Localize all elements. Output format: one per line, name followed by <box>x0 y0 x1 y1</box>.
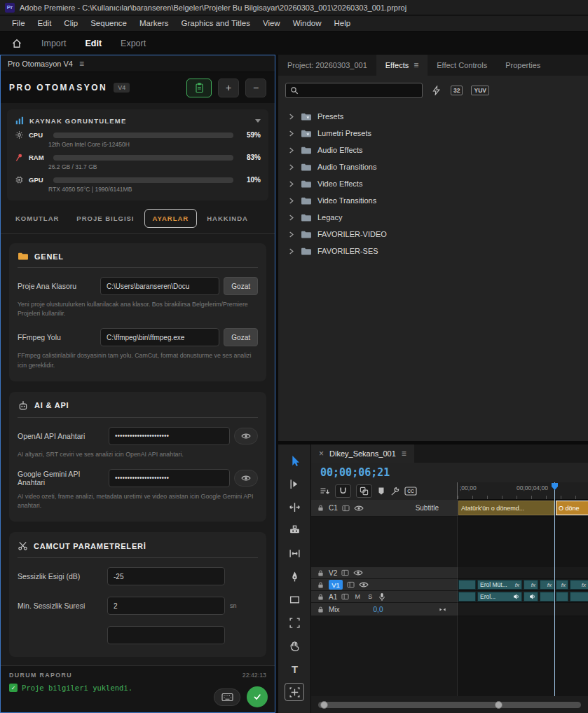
track-a1-lane[interactable]: Erol... <box>457 591 588 603</box>
menu-sequence[interactable]: Sequence <box>84 17 133 29</box>
track-v2-lane[interactable] <box>457 567 588 579</box>
panel-menu-icon[interactable]: ≡ <box>79 60 84 68</box>
show-key-button[interactable] <box>234 428 258 444</box>
panel-tab-title[interactable]: Pro Otomasyon V4 <box>8 60 73 68</box>
yuv-effects-filter[interactable]: YUV <box>471 86 488 95</box>
timeline-tab[interactable]: × Dikey_Sekans_001 ≡ <box>311 444 414 463</box>
ffmpeg-path-input[interactable] <box>100 328 219 346</box>
timeline-clip[interactable]: fx <box>570 580 588 590</box>
eye-icon[interactable] <box>359 581 369 588</box>
timeline-clip[interactable] <box>540 592 554 602</box>
panel-menu-icon[interactable]: ≡ <box>402 449 406 458</box>
track-select-forward-tool[interactable] <box>285 475 304 493</box>
source-patch-icon[interactable] <box>342 505 350 512</box>
source-patch-icon[interactable] <box>347 581 355 588</box>
lock-icon[interactable] <box>317 581 324 589</box>
tab-ayarlar[interactable]: AYARLAR <box>144 209 198 228</box>
collapse-chevron-icon[interactable] <box>255 119 261 123</box>
linked-selection-toggle[interactable] <box>356 484 372 498</box>
tree-item-lumetri-presets[interactable]: Lumetri Presets <box>278 125 588 142</box>
timeline-clip[interactable]: fx <box>556 580 568 590</box>
playhead[interactable] <box>554 482 555 696</box>
slip-tool[interactable] <box>285 544 304 562</box>
menu-window[interactable]: Window <box>287 17 328 29</box>
menu-help[interactable]: Help <box>328 17 357 29</box>
ripple-edit-tool[interactable] <box>285 498 304 516</box>
solo-toggle[interactable]: S <box>366 593 374 600</box>
transform-tool[interactable] <box>285 683 304 701</box>
tree-item-video-effects[interactable]: Video Effects <box>278 175 588 192</box>
openai-key-input[interactable] <box>109 427 230 445</box>
silence-threshold-input[interactable] <box>107 567 225 585</box>
zoom-out-button[interactable]: − <box>245 79 266 97</box>
type-tool[interactable]: T <box>285 660 304 678</box>
menu-file[interactable]: File <box>6 17 32 29</box>
panel-menu-icon[interactable]: ≡ <box>413 61 418 69</box>
scrollbar-track[interactable] <box>318 702 581 708</box>
tree-item-audio-effects[interactable]: Audio Effects <box>278 142 588 158</box>
menu-markers[interactable]: Markers <box>133 17 175 29</box>
snap-toggle[interactable] <box>335 484 351 498</box>
tree-item-favoriler-ses[interactable]: FAVORILER-SES <box>278 243 588 259</box>
tab-effect-controls[interactable]: Effect Controls <box>428 55 496 76</box>
hand-tool[interactable] <box>285 637 304 655</box>
report-button[interactable] <box>186 79 212 97</box>
track-name[interactable]: C1 <box>329 504 338 512</box>
close-icon[interactable]: × <box>319 449 324 459</box>
effects-search-input[interactable] <box>303 87 418 95</box>
eye-icon[interactable] <box>354 505 364 512</box>
timeline-clip[interactable]: Erol... <box>477 592 522 602</box>
effects-search-box[interactable] <box>285 83 423 98</box>
browse-button[interactable]: Gozat <box>224 328 258 346</box>
mute-toggle[interactable]: M <box>353 593 362 600</box>
eye-icon[interactable] <box>353 569 363 576</box>
selection-tool[interactable] <box>285 451 304 470</box>
32bit-color-filter[interactable]: 32 <box>451 86 463 95</box>
menu-view[interactable]: View <box>257 17 287 29</box>
scrollbar-handle-right[interactable] <box>495 701 502 709</box>
accelerated-effects-icon[interactable] <box>431 86 442 95</box>
timeline-clip[interactable]: fx <box>524 580 538 590</box>
playhead-timecode[interactable]: 00;00;06;21 <box>311 463 588 482</box>
mix-level-value[interactable]: 0,0 <box>374 606 383 613</box>
tab-effects[interactable]: Effects ≡ <box>376 55 428 76</box>
timeline-clip[interactable] <box>524 592 538 602</box>
add-marker-button[interactable] <box>377 487 385 496</box>
timeline-clip[interactable] <box>570 592 588 602</box>
menu-graphics-titles[interactable]: Graphics and Titles <box>175 17 257 29</box>
lock-icon[interactable] <box>317 569 324 577</box>
rectangle-tool[interactable] <box>285 590 304 609</box>
tree-item-audio-transitions[interactable]: Audio Transitions <box>278 158 588 175</box>
captions-menu-button[interactable]: CC <box>404 487 417 496</box>
tree-item-legacy[interactable]: Legacy <box>278 209 588 226</box>
tree-item-presets[interactable]: Presets <box>278 108 588 125</box>
track-name[interactable]: A1 <box>329 593 337 601</box>
workspace-tab-import[interactable]: Import <box>41 39 66 48</box>
source-patch-icon[interactable] <box>341 593 349 600</box>
project-folder-input[interactable] <box>100 277 219 295</box>
min-silence-input[interactable] <box>107 597 225 615</box>
menu-edit[interactable]: Edit <box>32 17 58 29</box>
track-name[interactable]: V2 <box>329 569 337 577</box>
tab-komutlar[interactable]: KOMUTLAR <box>8 210 67 227</box>
show-key-button[interactable] <box>234 470 258 487</box>
gemini-key-input[interactable] <box>109 469 230 487</box>
home-icon[interactable] <box>11 38 22 49</box>
browse-button[interactable]: Gozat <box>224 277 258 295</box>
tab-properties[interactable]: Properties <box>496 55 549 76</box>
lock-icon[interactable] <box>317 606 324 613</box>
tab-project[interactable]: Project: 20260303_001 <box>278 55 376 76</box>
timeline-clip[interactable] <box>556 592 568 602</box>
tab-hakkinda[interactable]: HAKKINDA <box>199 210 256 227</box>
tree-item-video-transitions[interactable]: Video Transitions <box>278 192 588 209</box>
pen-tool[interactable] <box>285 567 304 585</box>
source-patch-icon[interactable] <box>341 569 349 576</box>
keyframe-toggle-icon[interactable] <box>438 606 447 613</box>
frame-tool[interactable] <box>285 613 304 632</box>
menu-clip[interactable]: Clip <box>57 17 84 29</box>
timeline-ruler[interactable]: ;00;00 00;00;04;00 <box>457 482 588 500</box>
timeline-clip[interactable] <box>458 580 476 590</box>
workspace-tab-edit[interactable]: Edit <box>85 39 102 48</box>
timeline-clip[interactable]: Erol Müt...fx <box>477 580 522 590</box>
timeline-clip[interactable]: Atatürk'ün o dönemd... <box>458 501 554 515</box>
